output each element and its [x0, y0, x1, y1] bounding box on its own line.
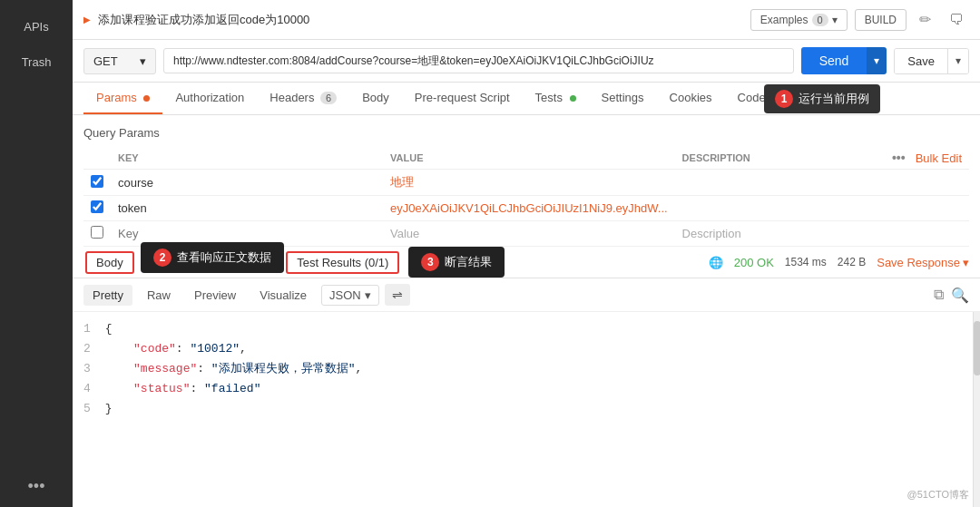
row1-actions [814, 170, 969, 196]
sidebar-item-apis[interactable]: APIs [0, 9, 73, 44]
col-actions-header: ••• Bulk Edit [814, 147, 969, 170]
tab-pre-request[interactable]: Pre-request Script [402, 83, 523, 114]
row1-desc [675, 170, 815, 196]
build-button[interactable]: BUILD [855, 9, 906, 31]
format-tab-pretty[interactable]: Pretty [83, 285, 132, 306]
format-right-icons: ⧉ 🔍 [934, 287, 969, 304]
method-label: GET [93, 54, 118, 68]
resp-tab-body-label: Body [96, 256, 123, 269]
json-format-label: JSON [329, 288, 361, 302]
more-dots-icon[interactable]: ••• [885, 151, 913, 165]
examples-badge: 0 [812, 14, 828, 26]
annotation2-text: 查看响应正文数据 [177, 249, 271, 266]
annotation3-box: 3 断言结果 [408, 247, 505, 278]
col-checkbox-header [83, 147, 111, 170]
tab-tests-label: Tests [535, 91, 563, 104]
request-title-right: Examples 0 ▾ BUILD ✏ 🗨 [750, 7, 969, 32]
row2-desc [675, 196, 815, 221]
annotation2-box: 2 查看响应正文数据 [141, 242, 284, 273]
request-title-text: 添加课程验证成功添加返回code为10000 [98, 12, 309, 28]
save-button[interactable]: Save [895, 49, 947, 73]
col-value-header: VALUE [383, 147, 675, 170]
annotation1-tooltip: 1 运行当前用例 [764, 84, 880, 113]
annotation2-number: 2 [153, 249, 172, 267]
tab-cookies-label: Cookies [670, 91, 712, 104]
wrap-button[interactable]: ⇌ [385, 284, 410, 306]
row1-checkbox[interactable] [91, 175, 103, 188]
format-tab-visualize[interactable]: Visualize [250, 285, 316, 306]
tab-pre-request-label: Pre-request Script [415, 91, 510, 104]
save-dropdown-button[interactable]: ▾ [947, 49, 968, 73]
examples-label: Examples [760, 14, 808, 26]
row2-actions [814, 196, 969, 221]
comment-icon-button[interactable]: 🗨 [944, 8, 969, 32]
response-tabs-right: 🌐 200 OK 1534 ms 242 B Save Response ▾ [709, 256, 969, 269]
response-time: 1534 ms [785, 256, 827, 268]
code-line-3: "message": "添加课程失败，异常数据", [105, 359, 969, 379]
tab-authorization[interactable]: Authorization [162, 83, 257, 114]
send-button-group: Send ▾ [801, 47, 887, 74]
save-response-button[interactable]: Save Response ▾ [877, 256, 969, 269]
tab-body[interactable]: Body [349, 83, 402, 114]
sidebar-more-dots[interactable]: ••• [0, 466, 73, 507]
request-title-left: ▶ 添加课程验证成功添加返回code为10000 [83, 12, 309, 28]
annotation3-number: 3 [421, 253, 439, 271]
request-title-bar: ▶ 添加课程验证成功添加返回code为10000 Examples 0 ▾ BU… [73, 0, 980, 40]
search-icon-button[interactable]: 🔍 [951, 287, 969, 304]
row3-value: Value [383, 221, 675, 247]
headers-badge: 6 [320, 92, 337, 104]
code-line-4: "status": "failed" [105, 379, 969, 399]
resp-tab-test-results[interactable]: Test Results (0/1) [286, 251, 399, 274]
row3-checkbox[interactable] [91, 226, 103, 239]
main-panel: ▶ 添加课程验证成功添加返回code为10000 Examples 0 ▾ BU… [73, 0, 980, 507]
sidebar: APIs Trash ••• [0, 0, 73, 507]
line-numbers: 1 2 3 4 5 [83, 319, 91, 500]
sidebar-item-trash[interactable]: Trash [0, 44, 73, 80]
json-dropdown-icon: ▾ [365, 288, 371, 302]
row3-actions [814, 221, 969, 247]
table-row: token eyJ0eXAiOiJKV1QiLCJhbGciOiJIUzI1Ni… [83, 196, 969, 221]
scrollbar-track[interactable] [973, 312, 980, 507]
examples-button[interactable]: Examples 0 ▾ [750, 9, 848, 31]
json-format-select[interactable]: JSON ▾ [321, 285, 379, 306]
response-status: 200 OK [734, 256, 774, 269]
params-dot-icon [143, 95, 150, 102]
response-size: 242 B [838, 256, 866, 268]
row1-value: 地理 [383, 170, 675, 196]
format-tab-preview[interactable]: Preview [185, 285, 245, 306]
resp-tab-test-results-label: Test Results (0/1) [297, 256, 388, 269]
send-button[interactable]: Send [801, 47, 867, 74]
tab-settings[interactable]: Settings [589, 83, 657, 114]
save-response-dropdown-icon: ▾ [963, 256, 969, 269]
row1-key: course [111, 170, 383, 196]
response-section: Body Cookies Headers (5) Test Results (0… [73, 247, 980, 507]
col-desc-header: DESCRIPTION [675, 147, 815, 170]
code-content: { "code": "10012", "message": "添加课程失败，异常… [105, 319, 969, 500]
code-line-1: { [105, 319, 969, 339]
tab-authorization-label: Authorization [175, 91, 244, 104]
tab-tests[interactable]: Tests [523, 83, 589, 114]
url-bar: GET ▾ Send ▾ Save ▾ [73, 40, 980, 83]
save-button-group: Save ▾ [894, 48, 969, 74]
format-bar: Pretty Raw Preview Visualize JSON ▾ ⇌ ⧉ … [73, 278, 980, 312]
scrollbar-thumb[interactable] [974, 321, 980, 375]
expand-arrow-icon: ▶ [83, 15, 91, 24]
url-input[interactable] [163, 48, 794, 73]
copy-icon-button[interactable]: ⧉ [934, 287, 944, 304]
resp-tab-body[interactable]: Body [85, 251, 134, 274]
method-dropdown-icon: ▾ [140, 54, 146, 68]
row2-checkbox[interactable] [91, 200, 103, 213]
annotation1-text: 运行当前用例 [799, 91, 869, 107]
col-key-header: KEY [111, 147, 383, 170]
code-line-5: } [105, 399, 969, 419]
method-select[interactable]: GET ▾ [83, 48, 156, 74]
send-dropdown-button[interactable]: ▾ [867, 47, 887, 74]
tab-params[interactable]: Params [83, 83, 162, 114]
format-tab-raw[interactable]: Raw [138, 285, 180, 306]
tab-cookies[interactable]: Cookies [657, 83, 725, 114]
edit-icon-button[interactable]: ✏ [914, 7, 936, 32]
tab-settings-label: Settings [602, 91, 644, 104]
tab-headers[interactable]: Headers 6 [257, 83, 349, 114]
tab-headers-label: Headers [270, 91, 314, 104]
bulk-edit-button[interactable]: Bulk Edit [916, 151, 962, 165]
